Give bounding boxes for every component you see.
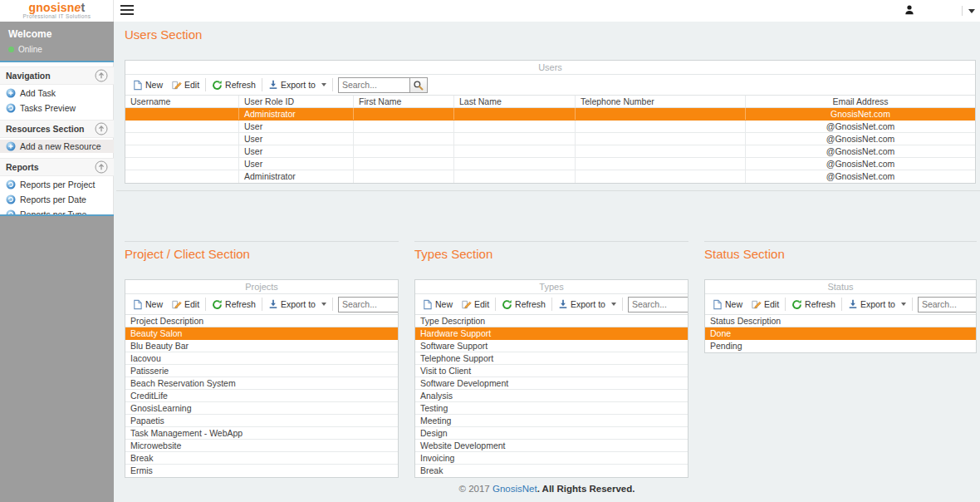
sidebar-item-tasks-preview[interactable]: Tasks Preview	[0, 101, 114, 115]
sidebar-item-reports-per-project[interactable]: Reports per Project	[0, 178, 114, 191]
page-title-projects-section: Project / Cliect Section	[125, 247, 399, 261]
refresh-button[interactable]: Refresh	[208, 78, 260, 92]
table-row[interactable]: Ermis	[125, 465, 398, 477]
collapse-icon[interactable]	[95, 122, 108, 135]
hamburger-icon[interactable]	[120, 5, 134, 17]
edit-icon	[171, 80, 182, 91]
export-button[interactable]: Export to	[844, 298, 910, 311]
edit-icon	[171, 299, 182, 310]
table-row[interactable]: User@GnosisNet.com	[125, 158, 975, 170]
table-row[interactable]: GnosisLearning	[125, 402, 398, 415]
table-row[interactable]: Analysis	[415, 390, 688, 402]
table-row[interactable]: Invoicing	[415, 452, 688, 465]
collapse-icon[interactable]	[95, 160, 108, 174]
user-icon[interactable]	[904, 4, 915, 16]
table-row[interactable]: Papaetis	[125, 415, 398, 427]
cell-role: User	[239, 158, 354, 170]
export-dropdown-caret-icon[interactable]	[321, 83, 326, 86]
table-row[interactable]: Blu Beauty Bar	[125, 340, 398, 352]
export-dropdown-caret-icon[interactable]	[321, 303, 326, 306]
table-row[interactable]: Website Development	[415, 440, 688, 452]
sidebar-item-add-resource[interactable]: Add a new Resource	[0, 140, 114, 153]
refresh-button[interactable]: Refresh	[787, 298, 840, 312]
divider	[205, 298, 206, 311]
table-row[interactable]: Patisserie	[125, 365, 398, 377]
table-row[interactable]: Pending	[705, 340, 976, 352]
search-input[interactable]	[628, 297, 688, 313]
sidebar-section-reports[interactable]: Reports	[0, 158, 114, 176]
divider	[125, 241, 399, 242]
refresh-button[interactable]: Refresh	[208, 298, 260, 312]
sidebar-section-resources[interactable]: Resources Section	[0, 120, 114, 138]
sidebar-item-add-task[interactable]: Add Task	[0, 86, 114, 100]
table-row[interactable]: AdministratorGnosisNet.com	[125, 108, 975, 121]
table-row[interactable]: User@GnosisNet.com	[125, 145, 975, 158]
export-button[interactable]: Export to	[554, 298, 620, 311]
table-row[interactable]: Break	[415, 465, 688, 477]
export-dropdown-caret-icon[interactable]	[611, 303, 616, 306]
table-row[interactable]: Telephone Support	[415, 352, 688, 365]
edit-button[interactable]: Edit	[457, 298, 493, 312]
column-header-last-name[interactable]: Last Name	[454, 96, 576, 107]
status-toolbar: New Edit Refresh Export to	[705, 294, 976, 315]
table-row[interactable]: Hardware Support	[415, 327, 688, 340]
export-button[interactable]: Export to	[264, 298, 331, 311]
table-row[interactable]: Task Management - WebApp	[125, 427, 398, 440]
export-dropdown-caret-icon[interactable]	[901, 303, 906, 306]
table-row[interactable]: Visit to Client	[415, 365, 688, 377]
new-button[interactable]: New	[128, 78, 167, 92]
cell-first	[354, 133, 454, 145]
table-row[interactable]: Microwebsite	[125, 440, 398, 452]
new-button[interactable]: New	[418, 298, 457, 312]
cell-username	[125, 108, 239, 120]
column-header-project-description[interactable]: Project Description	[125, 315, 398, 327]
table-row[interactable]: Design	[415, 427, 688, 440]
search-input[interactable]	[338, 297, 398, 313]
refresh-button[interactable]: Refresh	[497, 298, 550, 312]
cell-phone	[576, 108, 746, 120]
table-row[interactable]: Beach Reservation System	[125, 377, 398, 390]
footer-brand-link[interactable]: GnosisNet	[492, 484, 537, 494]
new-button[interactable]: New	[128, 298, 167, 312]
table-row[interactable]: Software Development	[415, 377, 688, 390]
export-button[interactable]: Export to	[264, 78, 331, 91]
lower-sections: Project / Cliect Section Projects New Ed…	[125, 241, 977, 478]
table-row[interactable]: Testing	[415, 402, 688, 415]
column-header-email[interactable]: Email Address	[746, 96, 975, 107]
app-window: gnosisnet Professional IT Solutions Welc…	[0, 0, 980, 502]
table-row[interactable]: User@GnosisNet.com	[125, 133, 975, 145]
table-row[interactable]: User@GnosisNet.com	[125, 121, 975, 133]
search-button[interactable]	[409, 77, 428, 93]
search-input[interactable]	[338, 77, 409, 93]
cell-text: Design	[415, 427, 688, 439]
column-header-username[interactable]: Username	[125, 96, 239, 107]
panel-title-types: Types	[415, 280, 688, 294]
table-row[interactable]: Software Support	[415, 340, 688, 352]
edit-button[interactable]: Edit	[167, 78, 203, 92]
table-row[interactable]: Administrator@GnosisNet.com	[125, 170, 975, 183]
table-row[interactable]: Meeting	[415, 415, 688, 427]
column-header-telephone[interactable]: Telephone Number	[576, 96, 746, 107]
types-toolbar: New Edit Refresh Export to	[415, 294, 688, 315]
edit-button[interactable]: Edit	[167, 298, 203, 312]
search-input[interactable]	[918, 297, 976, 313]
table-row[interactable]: CreditLife	[125, 390, 398, 402]
table-row[interactable]: Done	[705, 327, 976, 340]
table-row[interactable]: Beauty Salon	[125, 327, 398, 340]
edit-icon	[461, 299, 472, 310]
column-header-type-description[interactable]: Type Description	[415, 315, 688, 327]
sidebar-section-navigation[interactable]: Navigation	[0, 66, 114, 85]
cell-last	[454, 121, 576, 132]
types-panel: Types New Edit Refresh Export to Type De…	[414, 279, 688, 478]
sidebar-item-reports-per-date[interactable]: Reports per Date	[0, 193, 114, 206]
edit-icon	[751, 299, 762, 310]
table-row[interactable]: Iacovou	[125, 352, 398, 365]
collapse-icon[interactable]	[95, 69, 108, 82]
column-header-user-role-id[interactable]: User Role ID	[239, 96, 354, 107]
column-header-status-description[interactable]: Status Description	[705, 315, 976, 327]
table-row[interactable]: Break	[125, 452, 398, 465]
column-header-first-name[interactable]: First Name	[354, 96, 454, 107]
account-dropdown[interactable]	[962, 3, 975, 18]
edit-button[interactable]: Edit	[747, 298, 783, 312]
new-button[interactable]: New	[708, 298, 747, 312]
